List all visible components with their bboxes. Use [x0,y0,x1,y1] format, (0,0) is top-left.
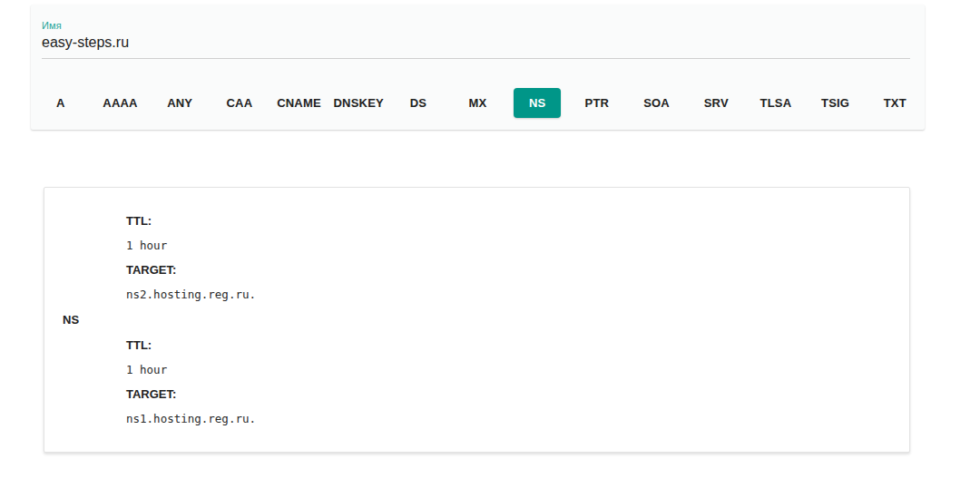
dns-query-panel: Имя easy-steps.ru A AAAA ANY CAA CNAME D… [31,5,925,130]
tab-srv[interactable]: SRV [686,87,746,118]
ttl-value: 1 hour [126,363,909,377]
tab-any[interactable]: ANY [150,87,210,118]
record-type-tabs: A AAAA ANY CAA CNAME DNSKEY DS MX NS PTR… [31,87,925,118]
record-type-label: NS [44,313,126,327]
ttl-label: TTL: [126,214,909,229]
tab-a[interactable]: A [31,87,91,118]
ttl-label: TTL: [126,338,909,353]
ns-record: TTL: 1 hour TARGET: ns1.hosting.reg.ru. [126,338,909,426]
name-field: Имя easy-steps.ru [42,20,910,59]
tab-aaaa[interactable]: AAAA [91,87,151,118]
target-label: TARGET: [126,387,909,402]
tab-cname[interactable]: CNAME [270,87,329,118]
tab-ds[interactable]: DS [388,87,448,118]
tab-caa[interactable]: CAA [210,87,270,118]
tab-soa[interactable]: SOA [627,87,687,118]
target-label: TARGET: [126,263,909,278]
name-field-label: Имя [42,20,910,31]
tab-mx[interactable]: MX [448,87,508,118]
ns-record: TTL: 1 hour TARGET: ns2.hosting.reg.ru. [126,214,909,302]
tab-ns[interactable]: NS [507,87,567,118]
record-list: TTL: 1 hour TARGET: ns2.hosting.reg.ru. … [126,214,909,426]
ttl-value: 1 hour [126,239,909,253]
tab-ptr[interactable]: PTR [567,87,627,118]
tab-dnskey[interactable]: DNSKEY [328,87,388,118]
target-value: ns2.hosting.reg.ru. [126,288,909,302]
tab-tsig[interactable]: TSIG [806,87,866,118]
results-card: NS TTL: 1 hour TARGET: ns2.hosting.reg.r… [44,187,910,453]
target-value: ns1.hosting.reg.ru. [126,412,909,426]
tab-tlsa[interactable]: TLSA [746,87,806,118]
tab-txt[interactable]: TXT [865,87,925,118]
name-input[interactable]: easy-steps.ru [42,34,910,59]
